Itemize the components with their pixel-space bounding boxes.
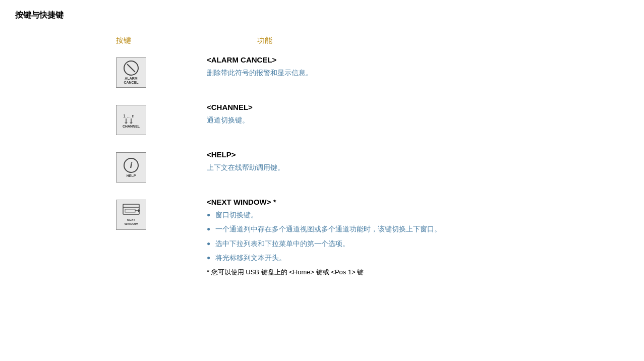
svg-marker-4 <box>130 123 133 124</box>
svg-rect-7 <box>125 209 135 212</box>
alarm-cancel-func-desc: 删除带此符号的报警和显示信息。 <box>207 67 629 78</box>
alarm-cancel-symbol <box>124 61 139 76</box>
bullet-2: 一个通道列中存在多个通道视图或多个通道功能时，该键切换上下窗口。 <box>207 223 629 234</box>
channel-func-desc: 通道切换键。 <box>207 114 629 126</box>
help-circle-symbol: i <box>124 158 139 173</box>
page-title: 按键与快捷键 <box>15 10 629 21</box>
next-window-key-icon: NEXTWINDOW <box>116 200 146 230</box>
next-window-icon-label: NEXTWINDOW <box>125 218 138 226</box>
func-column-header: 功能 <box>257 36 272 45</box>
next-window-asterisk: * <box>271 198 276 206</box>
channel-arrows-svg: 1 ... n <box>123 112 139 124</box>
help-icon-label: HELP <box>127 174 136 177</box>
entry-help: i HELP <HELP> 上下文在线帮助调用键。 <box>15 150 629 183</box>
entry-channel: 1 ... n CHANNEL <CHANNEL> 通道切换键。 <box>15 103 629 135</box>
key-icon-cell-alarm-cancel: ALARMCANCEL <box>15 55 207 88</box>
bullet-4: 将光标移到文本开头。 <box>207 252 629 263</box>
help-key-icon: i HELP <box>116 152 146 183</box>
next-window-bullet-list: 窗口切换键。 一个通道列中存在多个通道视图或多个通道功能时，该键切换上下窗口。 … <box>207 209 629 264</box>
bullet-1: 窗口切换键。 <box>207 209 629 220</box>
channel-func-title: <CHANNEL> <box>207 103 629 111</box>
channel-icon-label: CHANNEL <box>123 125 140 128</box>
func-cell-alarm-cancel: <ALARM CANCEL> 删除带此符号的报警和显示信息。 <box>207 55 629 78</box>
key-icon-cell-help: i HELP <box>15 150 207 183</box>
svg-text:1 ... n: 1 ... n <box>123 113 135 118</box>
svg-marker-2 <box>125 123 128 124</box>
help-func-title: <HELP> <box>207 150 629 159</box>
next-window-footnote: * 您可以使用 USB 键盘上的 <Home> 键或 <Pos 1> 键 <box>207 268 629 277</box>
next-window-title-text: <NEXT WINDOW> <box>207 198 271 206</box>
next-window-svg <box>122 203 140 217</box>
channel-key-icon: 1 ... n CHANNEL <box>116 105 146 135</box>
func-cell-next-window: <NEXT WINDOW> * 窗口切换键。 一个通道列中存在多个通道视图或多个… <box>207 198 629 277</box>
alarm-cancel-icon-label: ALARMCANCEL <box>124 77 138 85</box>
next-window-func-title: <NEXT WINDOW> * <box>207 198 629 206</box>
key-column-header: 按键 <box>116 36 257 45</box>
help-func-desc: 上下文在线帮助调用键。 <box>207 162 629 173</box>
alarm-cancel-func-title: <ALARM CANCEL> <box>207 55 629 64</box>
func-cell-help: <HELP> 上下文在线帮助调用键。 <box>207 150 629 173</box>
func-cell-channel: <CHANNEL> 通道切换键。 <box>207 103 629 126</box>
entry-next-window: NEXTWINDOW <NEXT WINDOW> * 窗口切换键。 一个通道列中… <box>15 198 629 277</box>
key-icon-cell-next-window: NEXTWINDOW <box>15 198 207 230</box>
bullet-3: 选中下拉列表和下拉菜单中的第一个选项。 <box>207 238 629 249</box>
table-headers: 按键 功能 <box>15 36 629 45</box>
alarm-cancel-key-icon: ALARMCANCEL <box>116 57 146 88</box>
entry-alarm-cancel: ALARMCANCEL <ALARM CANCEL> 删除带此符号的报警和显示信… <box>15 55 629 88</box>
key-icon-cell-channel: 1 ... n CHANNEL <box>15 103 207 135</box>
